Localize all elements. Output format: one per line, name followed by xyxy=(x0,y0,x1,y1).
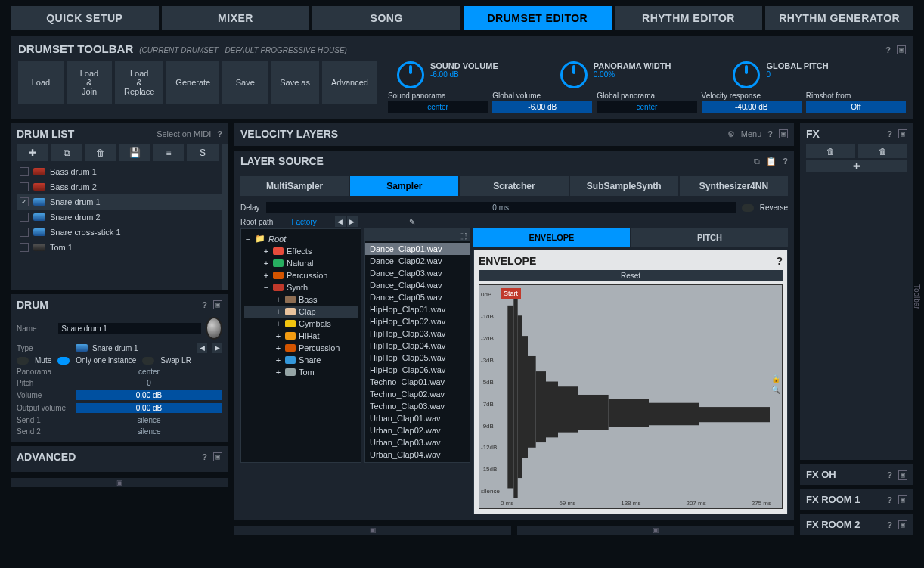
env-tab-pitch[interactable]: PITCH xyxy=(631,228,788,247)
fx-oh-section[interactable]: FX OH ?▣ xyxy=(800,464,913,485)
delay-value[interactable]: 0 ms xyxy=(266,202,736,213)
fx-room2-section[interactable]: FX ROOM 2 ?▣ xyxy=(800,514,913,535)
drum-type-value[interactable]: Snare drum 1 xyxy=(92,344,192,352)
help-icon[interactable]: ? xyxy=(885,45,891,54)
file-item[interactable]: Urban_Clap02.wav xyxy=(365,424,470,436)
file-item[interactable]: HipHop_Clap05.wav xyxy=(365,352,470,364)
param-value[interactable]: -6.00 dB xyxy=(492,101,592,113)
help-icon[interactable]: ? xyxy=(887,520,892,529)
help-icon[interactable]: ? xyxy=(202,452,207,461)
file-item[interactable]: HipHop_Clap06.wav xyxy=(365,364,470,376)
paste-icon[interactable]: 📋 xyxy=(766,157,777,166)
file-item[interactable]: Techno_Clap03.wav xyxy=(365,400,470,412)
tree-folder[interactable]: +Effects xyxy=(244,245,358,257)
checkbox[interactable] xyxy=(20,213,29,222)
help-icon[interactable]: ? xyxy=(767,129,773,139)
checkbox[interactable] xyxy=(20,228,29,237)
fx-room1-section[interactable]: FX ROOM 1 ?▣ xyxy=(800,489,913,510)
popout-icon[interactable]: ▣ xyxy=(213,452,222,461)
resize-handle[interactable]: ▣ xyxy=(517,526,794,535)
menu-button[interactable]: Menu xyxy=(741,129,762,139)
add-fx-button[interactable]: ✚ xyxy=(806,160,907,172)
drum-item[interactable]: Tom 1 xyxy=(17,240,222,255)
mute-toggle[interactable] xyxy=(17,357,29,365)
trash-icon[interactable]: 🗑 xyxy=(858,144,907,158)
tab-rhythm-generator[interactable]: RHYTHM GENERATOR xyxy=(765,6,913,30)
zoom-icon[interactable]: 🔍 xyxy=(771,386,780,394)
param-value[interactable]: center xyxy=(388,101,488,113)
param-value[interactable]: Off xyxy=(806,101,906,113)
row-value[interactable]: 0.00 dB xyxy=(76,403,222,413)
save-icon[interactable]: 💾 xyxy=(119,144,150,161)
tree-folder[interactable]: +Natural xyxy=(244,257,358,269)
help-icon[interactable]: ? xyxy=(887,495,892,504)
tree-item[interactable]: +Snare xyxy=(244,354,358,366)
tree-item[interactable]: +Tom xyxy=(244,366,358,378)
source-tab-scratcher[interactable]: Scratcher xyxy=(460,176,568,196)
tab-quick-setup[interactable]: QUICK SETUP xyxy=(11,6,159,30)
file-item[interactable]: Dance_Clap03.wav xyxy=(365,267,470,279)
file-item[interactable]: Dance_Clap04.wav xyxy=(365,279,470,291)
side-toolbar-label[interactable]: Toolbar xyxy=(913,284,921,309)
file-item[interactable]: Dance_Clap05.wav xyxy=(365,291,470,303)
add-icon[interactable]: ✚ xyxy=(17,144,48,161)
help-icon[interactable]: ? xyxy=(202,300,207,309)
drum-dial[interactable] xyxy=(206,317,222,340)
popout-icon[interactable]: ▣ xyxy=(898,470,907,480)
edit-icon[interactable]: ✎ xyxy=(409,218,415,226)
checkbox[interactable] xyxy=(20,197,29,206)
list-icon[interactable]: ≡ xyxy=(153,144,184,161)
tree-folder[interactable]: +Percussion xyxy=(244,269,358,281)
popout-icon[interactable]: ▣ xyxy=(213,300,222,309)
file-item[interactable]: HipHop_Clap02.wav xyxy=(365,315,470,327)
row-value[interactable]: silence xyxy=(76,427,222,436)
load-button[interactable]: Load xyxy=(18,61,64,104)
copy-icon[interactable]: ⧉ xyxy=(754,157,760,166)
lock-icon[interactable]: 🔒 xyxy=(771,374,780,383)
row-value[interactable]: 0.00 dB xyxy=(76,390,222,400)
trash-icon[interactable]: 🗑 xyxy=(85,144,116,161)
help-icon[interactable]: ? xyxy=(887,129,892,138)
tree-item[interactable]: +HiHat xyxy=(244,330,358,342)
load-button[interactable]: Load & Replace xyxy=(115,61,163,104)
source-tab-subsamplesynth[interactable]: SubSampleSynth xyxy=(570,176,678,196)
popout-icon[interactable]: ▣ xyxy=(898,495,907,504)
file-item[interactable]: HipHop_Clap03.wav xyxy=(365,327,470,340)
tab-rhythm-editor[interactable]: RHYTHM EDITOR xyxy=(615,6,763,30)
checkbox[interactable] xyxy=(20,167,29,176)
source-tab-multisampler[interactable]: MultiSampler xyxy=(240,176,349,196)
reverse-toggle[interactable] xyxy=(742,204,754,212)
solo-icon[interactable]: S xyxy=(187,144,219,161)
row-value[interactable]: 0 xyxy=(76,379,222,387)
knob[interactable] xyxy=(560,61,588,88)
param-value[interactable]: center xyxy=(597,101,696,113)
help-icon[interactable]: ? xyxy=(217,129,222,138)
only-one-toggle[interactable] xyxy=(57,357,70,365)
waveform-display[interactable]: Start 0dB-1dB-2dB-3dB-5dB-7dB-9dB-12dB-1… xyxy=(479,284,783,509)
checkbox[interactable] xyxy=(20,182,29,191)
tree-folder[interactable]: −Synth xyxy=(244,281,358,293)
root-path-value[interactable]: Factory xyxy=(279,218,328,226)
drum-item[interactable]: Bass drum 2 xyxy=(17,179,222,194)
drum-item[interactable]: Snare cross-stick 1 xyxy=(17,225,222,240)
source-tab-synthesizer4nn[interactable]: Synthesizer4NN xyxy=(680,176,788,196)
file-item[interactable]: Urban_Clap04.wav xyxy=(365,449,470,461)
drum-item[interactable]: Snare drum 2 xyxy=(17,210,222,225)
reset-button[interactable]: Reset xyxy=(479,270,783,281)
drum-item[interactable]: Snare drum 1 xyxy=(17,194,222,210)
row-value[interactable]: center xyxy=(76,368,222,376)
file-item[interactable]: Techno_Clap02.wav xyxy=(365,388,470,400)
popout-icon[interactable]: ▣ xyxy=(898,129,907,138)
file-item[interactable]: Dance_Clap02.wav xyxy=(365,255,470,267)
drum-name-input[interactable] xyxy=(58,323,201,334)
select-on-midi[interactable]: Select on MIDI xyxy=(157,129,211,138)
tab-drumset-editor[interactable]: DRUMSET EDITOR xyxy=(464,6,612,30)
help-icon[interactable]: ? xyxy=(887,470,892,480)
file-item[interactable]: Urban_Clap01.wav xyxy=(365,412,470,424)
prev-icon[interactable]: ◀ xyxy=(335,216,346,227)
checkbox[interactable] xyxy=(20,243,29,252)
tree-root[interactable]: −📁Root xyxy=(244,232,358,245)
knob[interactable] xyxy=(733,61,760,88)
save-button[interactable]: Save xyxy=(222,61,268,104)
knob[interactable] xyxy=(397,61,424,88)
